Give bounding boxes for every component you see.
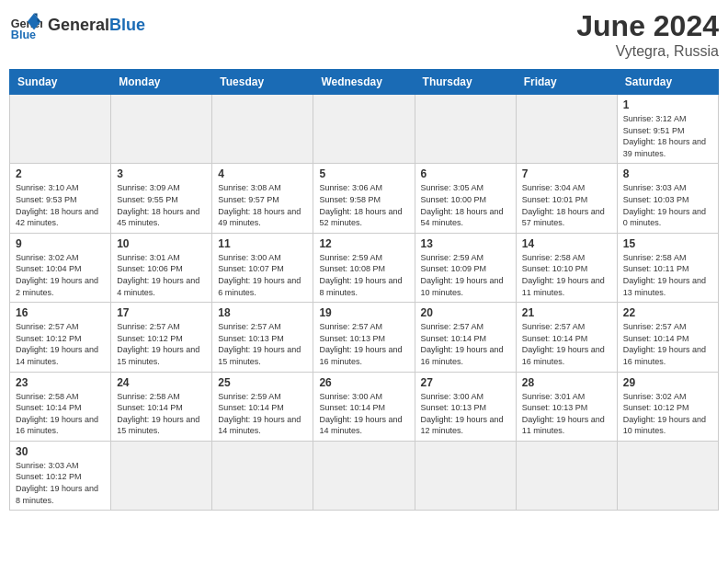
day-number: 5 <box>319 167 408 180</box>
day-number: 7 <box>522 167 611 180</box>
table-row: 4Sunrise: 3:08 AM Sunset: 9:57 PM Daylig… <box>212 164 313 233</box>
day-info: Sunrise: 2:57 AM Sunset: 10:14 PM Daylig… <box>522 321 611 367</box>
day-number: 6 <box>421 167 510 180</box>
weekday-tuesday: Tuesday <box>212 70 313 95</box>
table-row <box>212 95 313 164</box>
day-number: 17 <box>117 306 206 319</box>
day-info: Sunrise: 3:03 AM Sunset: 10:12 PM Daylig… <box>16 460 105 506</box>
day-number: 10 <box>117 237 206 250</box>
table-row: 1Sunrise: 3:12 AM Sunset: 9:51 PM Daylig… <box>617 95 718 164</box>
day-info: Sunrise: 3:02 AM Sunset: 10:12 PM Daylig… <box>623 391 712 437</box>
table-row: 10Sunrise: 3:01 AM Sunset: 10:06 PM Dayl… <box>111 233 212 302</box>
day-info: Sunrise: 3:08 AM Sunset: 9:57 PM Dayligh… <box>218 182 307 228</box>
table-row: 28Sunrise: 3:01 AM Sunset: 10:13 PM Dayl… <box>516 372 617 441</box>
day-info: Sunrise: 3:03 AM Sunset: 10:03 PM Daylig… <box>623 182 712 228</box>
table-row: 22Sunrise: 2:57 AM Sunset: 10:14 PM Dayl… <box>617 303 718 372</box>
table-row: 21Sunrise: 2:57 AM Sunset: 10:14 PM Dayl… <box>516 303 617 372</box>
table-row <box>617 441 718 510</box>
day-number: 2 <box>16 167 105 180</box>
calendar-table: Sunday Monday Tuesday Wednesday Thursday… <box>9 69 719 511</box>
day-info: Sunrise: 2:57 AM Sunset: 10:13 PM Daylig… <box>319 321 408 367</box>
weekday-sunday: Sunday <box>10 70 111 95</box>
page-header: General Blue GeneralBlue June 2024 Vyteg… <box>9 9 719 60</box>
day-info: Sunrise: 3:02 AM Sunset: 10:04 PM Daylig… <box>16 252 105 298</box>
calendar-week-row: 16Sunrise: 2:57 AM Sunset: 10:12 PM Dayl… <box>10 303 719 372</box>
table-row <box>516 95 617 164</box>
day-number: 15 <box>623 237 712 250</box>
day-number: 28 <box>522 376 611 389</box>
weekday-monday: Monday <box>111 70 212 95</box>
day-info: Sunrise: 3:04 AM Sunset: 10:01 PM Daylig… <box>522 182 611 228</box>
table-row <box>111 95 212 164</box>
day-info: Sunrise: 3:06 AM Sunset: 9:58 PM Dayligh… <box>319 182 408 228</box>
table-row: 7Sunrise: 3:04 AM Sunset: 10:01 PM Dayli… <box>516 164 617 233</box>
table-row: 6Sunrise: 3:05 AM Sunset: 10:00 PM Dayli… <box>415 164 516 233</box>
table-row: 23Sunrise: 2:58 AM Sunset: 10:14 PM Dayl… <box>10 372 111 441</box>
table-row <box>10 95 111 164</box>
day-info: Sunrise: 2:58 AM Sunset: 10:11 PM Daylig… <box>623 252 712 298</box>
logo-text: GeneralBlue <box>48 17 145 35</box>
table-row: 17Sunrise: 2:57 AM Sunset: 10:12 PM Dayl… <box>111 303 212 372</box>
table-row <box>313 95 415 164</box>
calendar-title: June 2024 <box>576 9 719 43</box>
weekday-friday: Friday <box>516 70 617 95</box>
day-number: 23 <box>16 376 105 389</box>
day-number: 29 <box>623 376 712 389</box>
day-info: Sunrise: 2:58 AM Sunset: 10:10 PM Daylig… <box>522 252 611 298</box>
table-row: 8Sunrise: 3:03 AM Sunset: 10:03 PM Dayli… <box>617 164 718 233</box>
day-info: Sunrise: 3:05 AM Sunset: 10:00 PM Daylig… <box>421 182 510 228</box>
table-row: 26Sunrise: 3:00 AM Sunset: 10:14 PM Dayl… <box>313 372 415 441</box>
day-number: 3 <box>117 167 206 180</box>
day-number: 21 <box>522 306 611 319</box>
day-number: 1 <box>623 98 712 111</box>
day-number: 19 <box>319 306 408 319</box>
day-number: 13 <box>421 237 510 250</box>
day-info: Sunrise: 2:58 AM Sunset: 10:14 PM Daylig… <box>16 391 105 437</box>
day-info: Sunrise: 2:57 AM Sunset: 10:14 PM Daylig… <box>623 321 712 367</box>
day-number: 11 <box>218 237 307 250</box>
calendar-week-row: 2Sunrise: 3:10 AM Sunset: 9:53 PM Daylig… <box>10 164 719 233</box>
table-row <box>415 441 516 510</box>
table-row: 18Sunrise: 2:57 AM Sunset: 10:13 PM Dayl… <box>212 303 313 372</box>
table-row: 27Sunrise: 3:00 AM Sunset: 10:13 PM Dayl… <box>415 372 516 441</box>
table-row: 20Sunrise: 2:57 AM Sunset: 10:14 PM Dayl… <box>415 303 516 372</box>
table-row: 19Sunrise: 2:57 AM Sunset: 10:13 PM Dayl… <box>313 303 415 372</box>
day-info: Sunrise: 3:00 AM Sunset: 10:07 PM Daylig… <box>218 252 307 298</box>
calendar-week-row: 30Sunrise: 3:03 AM Sunset: 10:12 PM Dayl… <box>10 441 719 510</box>
table-row <box>516 441 617 510</box>
day-info: Sunrise: 3:01 AM Sunset: 10:06 PM Daylig… <box>117 252 206 298</box>
table-row: 25Sunrise: 2:59 AM Sunset: 10:14 PM Dayl… <box>212 372 313 441</box>
day-info: Sunrise: 3:09 AM Sunset: 9:55 PM Dayligh… <box>117 182 206 228</box>
logo-icon: General Blue <box>9 9 42 42</box>
day-number: 8 <box>623 167 712 180</box>
logo: General Blue GeneralBlue <box>9 9 145 42</box>
day-number: 30 <box>16 445 105 458</box>
day-number: 9 <box>16 237 105 250</box>
table-row <box>415 95 516 164</box>
table-row: 14Sunrise: 2:58 AM Sunset: 10:10 PM Dayl… <box>516 233 617 302</box>
day-info: Sunrise: 3:10 AM Sunset: 9:53 PM Dayligh… <box>16 182 105 228</box>
day-number: 4 <box>218 167 307 180</box>
table-row: 2Sunrise: 3:10 AM Sunset: 9:53 PM Daylig… <box>10 164 111 233</box>
calendar-location: Vytegra, Russia <box>576 43 719 60</box>
day-number: 22 <box>623 306 712 319</box>
day-number: 27 <box>421 376 510 389</box>
day-info: Sunrise: 3:00 AM Sunset: 10:13 PM Daylig… <box>421 391 510 437</box>
day-info: Sunrise: 3:01 AM Sunset: 10:13 PM Daylig… <box>522 391 611 437</box>
weekday-thursday: Thursday <box>415 70 516 95</box>
table-row: 24Sunrise: 2:58 AM Sunset: 10:14 PM Dayl… <box>111 372 212 441</box>
day-info: Sunrise: 2:57 AM Sunset: 10:12 PM Daylig… <box>16 321 105 367</box>
day-number: 16 <box>16 306 105 319</box>
table-row: 30Sunrise: 3:03 AM Sunset: 10:12 PM Dayl… <box>10 441 111 510</box>
table-row: 11Sunrise: 3:00 AM Sunset: 10:07 PM Dayl… <box>212 233 313 302</box>
weekday-saturday: Saturday <box>617 70 718 95</box>
weekday-header-row: Sunday Monday Tuesday Wednesday Thursday… <box>10 70 719 95</box>
day-info: Sunrise: 2:59 AM Sunset: 10:09 PM Daylig… <box>421 252 510 298</box>
day-number: 20 <box>421 306 510 319</box>
day-info: Sunrise: 2:57 AM Sunset: 10:14 PM Daylig… <box>421 321 510 367</box>
table-row: 9Sunrise: 3:02 AM Sunset: 10:04 PM Dayli… <box>10 233 111 302</box>
title-block: June 2024 Vytegra, Russia <box>576 9 719 60</box>
day-info: Sunrise: 2:57 AM Sunset: 10:12 PM Daylig… <box>117 321 206 367</box>
table-row <box>212 441 313 510</box>
svg-text:Blue: Blue <box>11 29 36 41</box>
